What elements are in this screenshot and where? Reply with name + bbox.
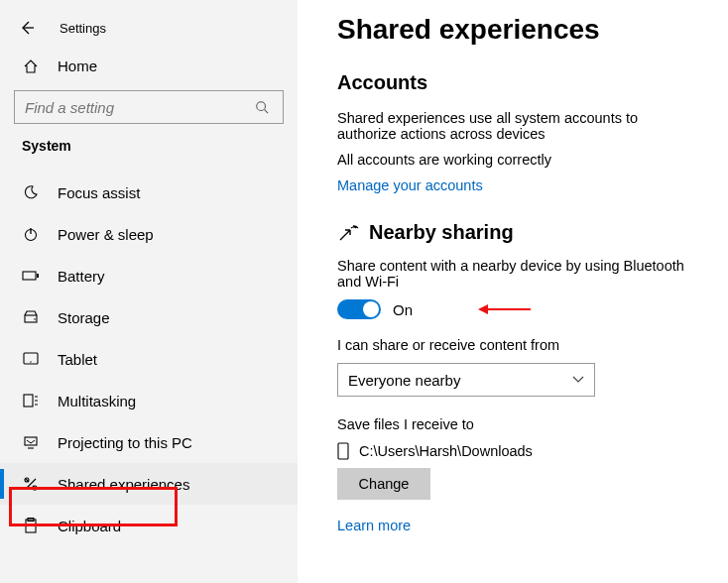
- learn-more-link[interactable]: Learn more: [337, 518, 728, 533]
- svg-rect-8: [24, 395, 33, 407]
- nav-projecting[interactable]: Projecting to this PC: [0, 421, 298, 463]
- home-icon: [22, 58, 40, 74]
- chevron-down-icon: [572, 376, 584, 384]
- nav-label: Focus assist: [58, 184, 140, 201]
- battery-icon: [22, 270, 40, 282]
- nav-home-label: Home: [58, 58, 97, 74]
- tablet-icon: [22, 352, 40, 366]
- nav-focus-assist[interactable]: Focus assist: [0, 172, 298, 213]
- svg-point-5: [34, 318, 36, 320]
- nav-tablet[interactable]: Tablet: [0, 338, 298, 380]
- receive-dropdown[interactable]: Everyone nearby: [337, 363, 595, 397]
- svg-rect-9: [25, 437, 37, 445]
- project-icon: [22, 435, 40, 449]
- nav-clipboard[interactable]: Clipboard: [0, 505, 298, 546]
- nav-label: Power & sleep: [58, 226, 154, 243]
- search-input[interactable]: [25, 99, 255, 116]
- svg-rect-14: [338, 443, 348, 459]
- accounts-heading: Accounts: [337, 71, 728, 94]
- nav-home[interactable]: Home: [0, 48, 298, 84]
- page-title: Shared experiences: [337, 14, 728, 46]
- nearby-toggle-state: On: [393, 301, 413, 318]
- manage-accounts-link[interactable]: Manage your accounts: [337, 177, 728, 193]
- accounts-status: All accounts are working correctly: [337, 152, 694, 168]
- nav-storage[interactable]: Storage: [0, 296, 298, 338]
- svg-point-7: [30, 361, 31, 362]
- annotation-red-arrow: [476, 302, 532, 316]
- nav-power-sleep[interactable]: Power & sleep: [0, 213, 298, 255]
- nearby-desc: Share content with a nearby device by us…: [337, 258, 694, 290]
- svg-rect-3: [37, 274, 39, 278]
- nav-label: Multitasking: [58, 393, 136, 409]
- nav-label: Shared experiences: [58, 476, 189, 493]
- nav-label: Battery: [58, 268, 105, 285]
- power-icon: [22, 226, 40, 242]
- save-path: C:\Users\Harsh\Downloads: [359, 443, 533, 459]
- svg-rect-2: [23, 272, 36, 280]
- clipboard-icon: [22, 518, 40, 533]
- shared-icon: [22, 476, 40, 492]
- svg-point-0: [257, 102, 266, 111]
- search-icon: [255, 100, 273, 114]
- receive-label: I can share or receive content from: [337, 337, 694, 353]
- device-icon: [337, 442, 351, 460]
- back-button[interactable]: [16, 17, 38, 39]
- nav-battery[interactable]: Battery: [0, 255, 298, 296]
- nav-label: Projecting to this PC: [58, 434, 192, 451]
- nav-multitasking[interactable]: Multitasking: [0, 380, 298, 421]
- search-field[interactable]: [14, 90, 284, 124]
- nearby-heading: Nearby sharing: [369, 221, 514, 244]
- accounts-desc: Shared experiences use all system accoun…: [337, 110, 694, 142]
- storage-icon: [22, 309, 40, 325]
- receive-selected: Everyone nearby: [348, 372, 460, 389]
- moon-icon: [22, 184, 40, 200]
- window-title: Settings: [60, 21, 106, 36]
- category-heading: System: [0, 138, 298, 162]
- change-button[interactable]: Change: [337, 468, 430, 500]
- save-label: Save files I receive to: [337, 416, 694, 432]
- nav-label: Storage: [58, 309, 110, 326]
- nearby-share-icon: [337, 223, 359, 243]
- nav-shared-experiences[interactable]: Shared experiences: [0, 463, 298, 505]
- nav-label: Clipboard: [58, 518, 121, 534]
- multitasking-icon: [22, 394, 40, 408]
- nearby-toggle[interactable]: [337, 299, 381, 319]
- nav-label: Tablet: [58, 351, 97, 368]
